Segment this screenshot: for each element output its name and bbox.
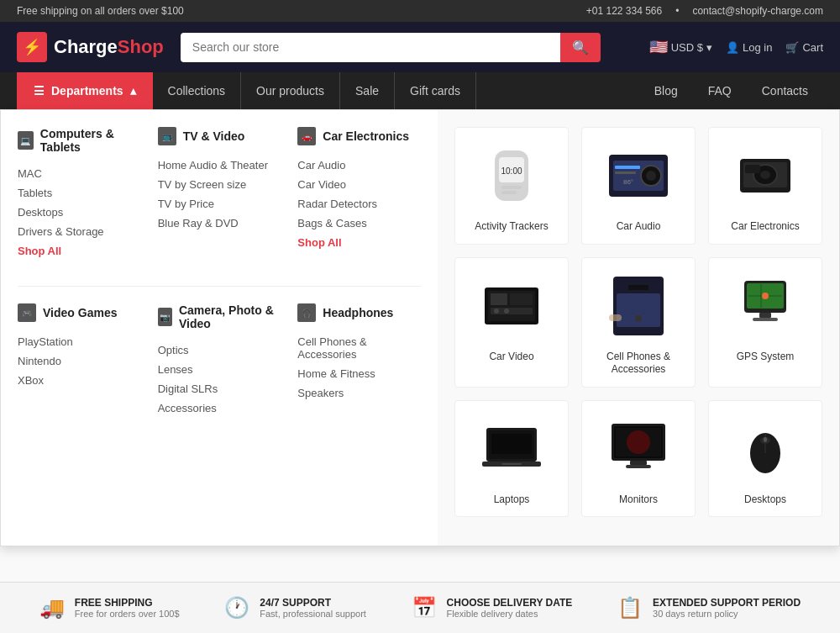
product-grid: 10:00 Activity Trackers	[438, 110, 839, 546]
feature-shipping-title: FREE SHIPPING	[75, 597, 180, 609]
svg-point-22	[494, 309, 499, 314]
svg-rect-20	[510, 293, 533, 305]
link-accessories[interactable]: Accessories	[158, 398, 281, 418]
link-carvideo[interactable]: Car Video	[297, 175, 421, 194]
car-audio-image: 86°	[605, 142, 672, 209]
link-desktops[interactable]: Desktops	[18, 203, 141, 222]
search-button[interactable]: 🔍	[560, 33, 601, 62]
nav-item-faq[interactable]: FAQ	[693, 72, 747, 109]
product-card-car-electronics[interactable]: Car Electronics	[708, 127, 822, 245]
chevron-down-icon: ▾	[706, 41, 712, 54]
shipping-icon: 🚚	[39, 596, 65, 620]
svg-rect-50	[764, 437, 767, 442]
product-card-activity-trackers[interactable]: 10:00 Activity Trackers	[454, 127, 569, 245]
link-dslr[interactable]: Digital SLRs	[158, 379, 281, 398]
section-tv: 📺 TV & Video Home Audio & Theater TV by …	[158, 127, 281, 261]
link-caraudio[interactable]: Car Audio	[297, 156, 421, 175]
link-computers-shopall[interactable]: Shop All	[18, 241, 141, 261]
link-tvscreen[interactable]: TV by Screen size	[158, 175, 281, 194]
nav-item-blog[interactable]: Blog	[639, 72, 693, 109]
logo-icon: ⚡	[17, 32, 47, 62]
product-img-car-electronics	[719, 138, 811, 214]
link-homeaudio[interactable]: Home Audio & Theater	[158, 156, 281, 175]
nav-item-products[interactable]: Our products	[241, 72, 340, 109]
svg-rect-9	[615, 166, 640, 169]
product-card-laptops[interactable]: Laptops	[454, 400, 569, 518]
logo-text: ChargeShop	[54, 36, 164, 58]
link-cellphones[interactable]: Cell Phones & Accessories	[297, 332, 421, 364]
link-drivers[interactable]: Drivers & Storage	[18, 222, 141, 241]
phone-number: +01 122 334 566	[586, 5, 662, 17]
link-speakers[interactable]: Speakers	[297, 383, 421, 403]
feature-delivery-title: CHOOSE DELIVERY DATE	[447, 597, 573, 609]
link-homefitness[interactable]: Home & Fitness	[297, 364, 421, 383]
product-name-activity-trackers: Activity Trackers	[465, 220, 558, 234]
link-playstation[interactable]: PlayStation	[18, 332, 141, 351]
nav-item-giftcards[interactable]: Gift cards	[395, 72, 476, 109]
currency-label: USD $	[671, 41, 703, 54]
svg-point-44	[627, 430, 650, 454]
product-img-car-audio: 86°	[592, 138, 685, 214]
link-optics[interactable]: Optics	[158, 340, 281, 360]
product-card-car-video[interactable]: Car Video	[454, 257, 569, 388]
dropdown-menu: 💻 Computers & Tablets MAC Tablets Deskto…	[0, 109, 840, 546]
product-name-car-electronics: Car Electronics	[719, 220, 811, 234]
product-card-gps[interactable]: GPS System	[708, 257, 822, 388]
cart-label: Cart	[802, 41, 823, 54]
desktops-image	[732, 415, 799, 483]
link-car-shopall[interactable]: Shop All	[297, 233, 421, 252]
flag-icon: 🇺🇸	[649, 38, 668, 56]
user-icon: 👤	[726, 41, 739, 54]
link-bags[interactable]: Bags & Cases	[297, 214, 421, 233]
svg-point-23	[504, 309, 509, 314]
feature-support: 🕐 24/7 Support Fast, professional suppor…	[224, 596, 366, 620]
nav-item-contacts[interactable]: Contacts	[747, 72, 823, 109]
link-nintendo[interactable]: Nintendo	[18, 351, 141, 371]
menu-icon: ☰	[34, 84, 45, 98]
svg-rect-19	[491, 293, 507, 305]
header-actions: 🇺🇸 USD $ ▾ 👤 Log in 🛒 Cart	[649, 38, 823, 56]
cart-button[interactable]: 🛒 Cart	[785, 41, 823, 54]
car-icon: 🚗	[297, 127, 316, 145]
product-img-monitors	[592, 411, 685, 487]
top-bar-right: +01 122 334 566 • contact@shopify-charge…	[586, 5, 823, 17]
monitors-image	[605, 415, 672, 483]
svg-point-8	[646, 171, 656, 181]
nav-item-sale[interactable]: Sale	[340, 72, 395, 109]
svg-point-15	[760, 171, 770, 179]
header: ⚡ ChargeShop 🔍 🇺🇸 USD $ ▾ 👤 Log in 🛒 Car…	[0, 22, 840, 72]
search-input[interactable]	[181, 33, 560, 62]
link-mac[interactable]: MAC	[18, 164, 141, 183]
link-tablets[interactable]: Tablets	[18, 183, 141, 203]
login-button[interactable]: 👤 Log in	[726, 41, 772, 54]
product-card-desktops[interactable]: Desktops	[708, 400, 822, 518]
departments-button[interactable]: ☰ Departments ▴	[17, 72, 153, 109]
section-tv-title: 📺 TV & Video	[158, 127, 281, 145]
link-bluray[interactable]: Blue Ray & DVD	[158, 214, 281, 233]
section-car-title: 🚗 Car Electronics	[297, 127, 421, 145]
product-name-monitors: Monitors	[592, 493, 685, 507]
logo[interactable]: ⚡ ChargeShop	[17, 32, 164, 62]
currency-selector[interactable]: 🇺🇸 USD $ ▾	[649, 38, 712, 56]
link-tvprice[interactable]: TV by Price	[158, 194, 281, 214]
svg-rect-16	[745, 165, 760, 173]
nav-item-collections[interactable]: Collections	[153, 72, 241, 109]
cell-phones-image	[605, 272, 672, 340]
svg-rect-35	[753, 318, 778, 321]
feature-shipping: 🚚 FREE SHIPPING Free for orders over 100…	[39, 596, 180, 620]
product-img-activity-trackers: 10:00	[465, 138, 558, 214]
product-name-cell-phones: Cell Phones & Accessories	[592, 351, 685, 377]
link-lenses[interactable]: Lenses	[158, 360, 281, 379]
svg-rect-45	[630, 461, 647, 465]
product-card-cell-phones[interactable]: Cell Phones & Accessories	[581, 257, 696, 388]
link-radar[interactable]: Radar Detectors	[297, 194, 421, 214]
product-img-laptops	[465, 411, 558, 487]
tv-icon: 📺	[158, 127, 176, 145]
product-card-monitors[interactable]: Monitors	[581, 400, 696, 518]
support-icon: 🕐	[224, 596, 249, 620]
link-xbox[interactable]: XBox	[18, 371, 141, 390]
product-name-laptops: Laptops	[465, 493, 558, 507]
gps-image	[732, 272, 799, 340]
product-card-car-audio[interactable]: 86° Car Audio	[581, 127, 696, 245]
videogames-icon: 🎮	[18, 303, 36, 322]
